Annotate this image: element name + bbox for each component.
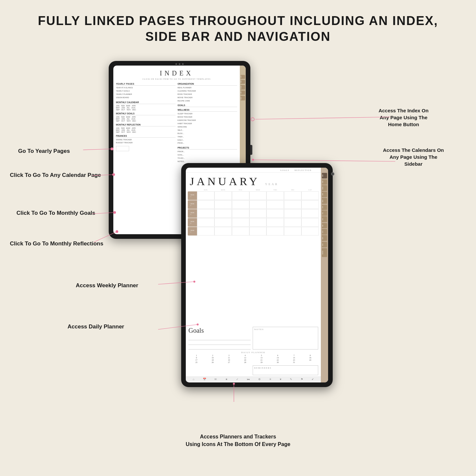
annotation-click-calendar: Click To Go To Any Calendar Page <box>10 171 101 179</box>
goals-script-label: Goals <box>188 327 251 334</box>
cal-header: SUNMONTUEWEDTHUFRISAT <box>186 189 321 191</box>
svg-line-13 <box>255 117 390 119</box>
icon-sun[interactable]: ☀ <box>269 378 271 381</box>
camera-dot <box>176 63 177 65</box>
icon-tick[interactable]: ✔ <box>312 378 314 381</box>
tablet-2: GOALS REFLECTION JANUARY YEAR SUNMONTUEW… <box>181 163 333 387</box>
notes-label: NOTES <box>254 328 317 330</box>
tab2-nov[interactable]: NOV <box>322 235 327 241</box>
icon-check[interactable]: ✓ <box>236 378 238 381</box>
icon-star[interactable]: ★ <box>225 378 228 381</box>
sidebar-may[interactable]: MAY <box>240 96 245 100</box>
icon-pencil[interactable]: ✎ <box>290 378 292 381</box>
yearly-goals[interactable]: YEARLY GOALS <box>116 90 176 93</box>
monthly-calendar-section: MONTHLY CALENDAR JANFEBMARAPR MAYJUNJULA… <box>116 101 176 111</box>
svg-point-15 <box>252 159 254 161</box>
annotation-access-calendars: Access The Calendars OnAny Page Using Th… <box>377 147 450 167</box>
organization-section: ORGANIZATION MEAL PLANNER CLEANING TRACK… <box>178 83 237 102</box>
icon-mail[interactable]: ✉ <box>214 378 217 381</box>
tab2-apr[interactable]: APR <box>322 192 327 197</box>
calendar-grid: WEEK1 WEEK2 <box>186 191 321 325</box>
sidebar-jan[interactable]: JAN <box>240 75 245 79</box>
sidebar-feb[interactable]: FEB <box>240 80 245 84</box>
icon-bed[interactable]: 🛏 <box>247 378 250 381</box>
month-name: JANUARY <box>190 175 260 188</box>
svg-point-12 <box>251 118 254 121</box>
daily-planner-label: DAILY PLANNER <box>188 351 318 353</box>
home-button-1[interactable] <box>250 145 252 155</box>
monthly-goals-section: MONTHLY GOALS JANFEBMARAPR MAYJUNJULAUG … <box>116 112 176 122</box>
vision-board[interactable]: VISION BOARD <box>116 96 176 99</box>
tab2-feb[interactable]: FEB <box>322 179 327 184</box>
goals-section-idx: GOALS <box>178 104 237 107</box>
daily-planner: DAILY PLANNER 1 2 3 4 5 6 7 8 <box>186 351 321 364</box>
tab2-jul[interactable]: JUL <box>322 210 327 216</box>
tab2-aug[interactable]: AUG <box>322 216 327 222</box>
annotation-click-goals: Click To Go To Monthly Goals <box>16 209 95 217</box>
tab2-may[interactable]: MAY <box>322 198 327 204</box>
index-subtitle: CLICK ON EACH ITEM TO GO TO DIFFERENT TE… <box>116 78 237 80</box>
tablet2-sidebar: JAN FEB MAR APR MAY JUN JUL AUG SEP OCT … <box>321 168 328 382</box>
tab2-jun[interactable]: JUN <box>322 205 327 210</box>
projects-section: PROJECTS PRIOR... GOAL... TO-DO... NOTES… <box>178 147 237 163</box>
january-nav: GOALS REFLECTION <box>186 168 321 173</box>
finances-section: FINANCES SAVING TRACKER BUDGET TRACKER <box>116 135 176 145</box>
notes-box: NOTES <box>253 327 318 350</box>
tab2-dec[interactable]: DEC <box>322 242 327 247</box>
reminders-box: REMINDERS <box>253 365 318 375</box>
camera-dot-2 <box>179 63 181 65</box>
icon-flag[interactable]: ⚑ <box>301 378 303 381</box>
main-container: FULLY LINKED PAGES THROUGHOUT INCLUDING … <box>0 0 476 476</box>
home-button-2[interactable] <box>331 172 334 176</box>
tab2-sep[interactable]: SEP <box>322 223 327 228</box>
annotation-go-to-yearly: Go To Yearly Pages <box>18 147 70 155</box>
week2-label: WEEK2 <box>188 200 197 209</box>
week3-label: WEEK3 <box>188 209 197 218</box>
annotation-access-index: Access The Index OnAny Page Using TheHom… <box>371 107 436 128</box>
annotation-access-daily: Access Daily Planner <box>68 323 124 331</box>
icon-calendar[interactable]: 📅 <box>203 378 206 381</box>
icon-camera[interactable]: ⚙ <box>258 378 261 381</box>
reminders-row: REMINDERS <box>186 364 321 377</box>
tab2-oct[interactable]: OCT <box>322 229 327 235</box>
svg-line-14 <box>253 160 395 161</box>
svg-line-1 <box>83 149 112 150</box>
tab2-mar[interactable]: MAR <box>322 185 327 191</box>
annotation-click-reflections: Click To Go To Monthly Reflections <box>10 240 103 248</box>
sidebar-mar[interactable]: MAR <box>240 85 245 90</box>
icon-home[interactable]: ⌂ <box>193 378 194 381</box>
camera-dot-3 <box>182 63 184 65</box>
week4-label: WEEK4 <box>188 218 197 227</box>
annotation-access-weekly: Access Weekly Planner <box>76 282 138 290</box>
monthly-reflection-section: MONTHLY REFLECTION JANFEBMARAPR MAYJUNJU… <box>116 124 176 133</box>
page-title: FULLY LINKED PAGES THROUGHOUT INCLUDING … <box>0 0 476 51</box>
bottom-icons-bar: ⌂ 📅 ✉ ★ ✓ 🛏 ⚙ ☀ ♥ ✎ ⚑ ✔ <box>186 377 321 382</box>
scene: INDEX CLICK ON EACH ITEM TO GO TO DIFFER… <box>0 51 476 474</box>
yearly-pages-section: YEARLY PAGES YEAR AT A GLANCE YEARLY GOA… <box>116 83 176 99</box>
week5-label: WEEK5 <box>188 227 197 236</box>
month-header: JANUARY YEAR <box>186 173 321 189</box>
goals-left: Goals <box>188 327 251 350</box>
sidebar-apr[interactable]: APR <box>240 91 245 95</box>
year-at-glance[interactable]: YEAR AT A GLANCE <box>116 86 176 90</box>
index-title: INDEX <box>116 70 237 77</box>
goals-notes-row: Goals NOTES <box>186 325 321 351</box>
nav-goals[interactable]: GOALS <box>280 169 290 171</box>
screen-2: GOALS REFLECTION JANUARY YEAR SUNMONTUEW… <box>186 168 328 382</box>
mc-row-3: SEPOCTNOVDEC <box>116 109 176 111</box>
icon-heart[interactable]: ♥ <box>280 378 282 381</box>
week1-label: WEEK1 <box>188 191 197 200</box>
tab2-jan[interactable]: JAN <box>322 173 327 179</box>
nav-reflection[interactable]: REFLECTION <box>294 169 312 171</box>
tab2-notes[interactable]: NOTES <box>322 248 327 257</box>
wellness-section: WELLNESS SLEEP TRACKER MOOD TRACKER EXER… <box>178 109 237 145</box>
year-label: YEAR <box>265 182 279 186</box>
annotation-access-planners: Access Planners and TrackersUsing Icons … <box>186 433 291 448</box>
yearly-planner[interactable]: YEARLY PLANNER <box>116 93 176 96</box>
reminders-label: REMINDERS <box>254 367 317 369</box>
